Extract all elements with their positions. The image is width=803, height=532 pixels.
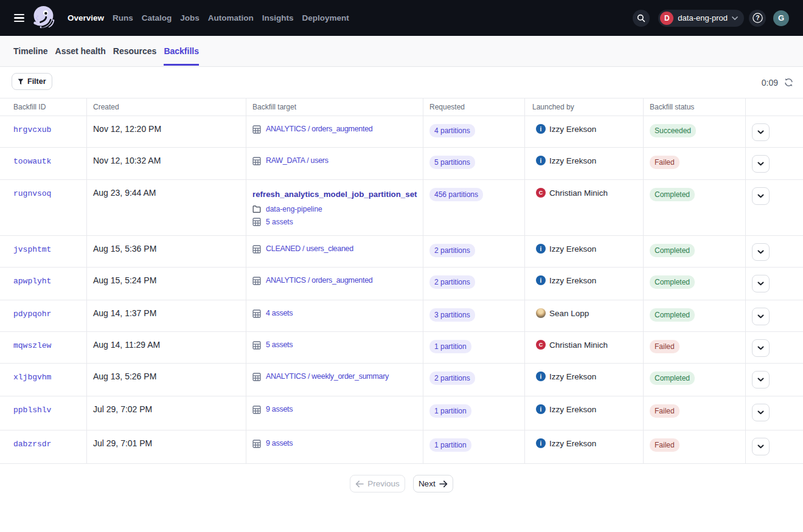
svg-text:?: ? <box>756 14 759 21</box>
